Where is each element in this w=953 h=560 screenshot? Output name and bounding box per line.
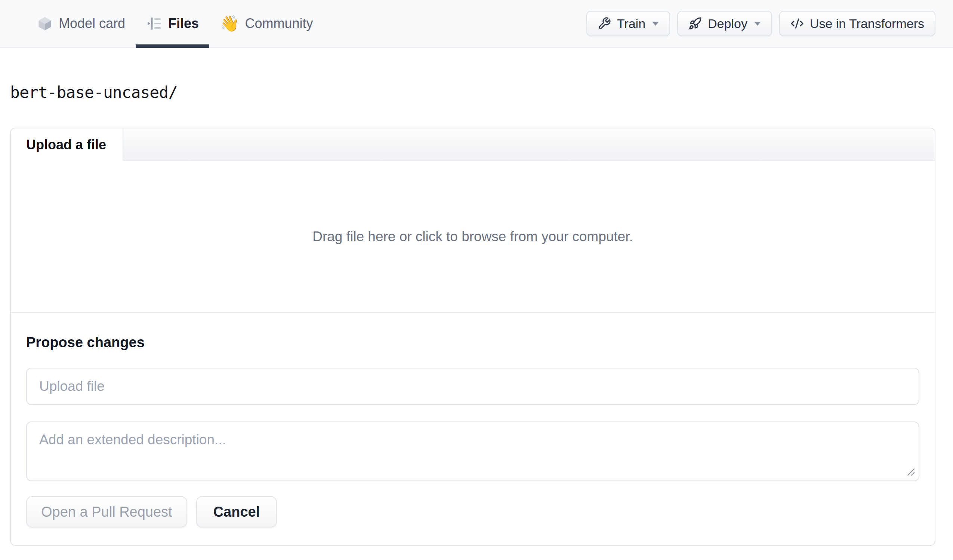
description-field-wrapper [26,421,919,481]
tab-model-card-label: Model card [59,15,125,31]
propose-changes-section: Propose changes Open a Pull Request Canc… [11,312,935,528]
tab-community-label: Community [245,15,313,31]
repo-action-buttons: Train Deploy Use in Transformers [587,0,936,47]
waving-hand-icon: 👋 [220,15,239,31]
tab-upload-a-file[interactable]: Upload a file [11,128,123,161]
upload-file-name-input[interactable] [26,368,919,405]
tabstrip-filler [123,128,935,161]
propose-actions-row: Open a Pull Request Cancel [26,496,919,528]
tab-model-card[interactable]: Model card [26,0,136,47]
caret-down-icon [652,22,659,26]
cube-icon [37,15,53,32]
rocket-icon [688,17,702,30]
tab-files[interactable]: Files [136,0,209,47]
cancel-label: Cancel [213,504,260,520]
file-dropzone[interactable]: Drag file here or click to browse from y… [11,161,935,312]
cancel-button[interactable]: Cancel [196,496,277,528]
page: Model card Files 👋 Community T [0,0,953,560]
file-versions-icon [146,15,163,32]
code-icon [790,17,804,30]
upload-panel-tabstrip: Upload a file [11,128,935,161]
train-button-label: Train [617,16,646,31]
open-pull-request-button[interactable]: Open a Pull Request [26,496,187,528]
tab-community[interactable]: 👋 Community [209,0,323,47]
resize-grip-icon [906,467,916,477]
train-button[interactable]: Train [587,11,670,36]
deploy-button-label: Deploy [708,16,747,31]
dropzone-hint-text: Drag file here or click to browse from y… [312,229,633,244]
extended-description-textarea[interactable] [26,421,919,481]
caret-down-icon [754,22,761,26]
use-in-transformers-label: Use in Transformers [810,16,924,31]
repo-tabs: Model card Files 👋 Community [26,0,324,47]
upload-panel: Upload a file Drag file here or click to… [10,128,936,546]
breadcrumb[interactable]: bert-base-uncased/ [10,83,177,102]
textarea-resize-handle[interactable] [906,467,916,477]
deploy-button[interactable]: Deploy [677,11,772,36]
tab-upload-a-file-label: Upload a file [26,137,106,153]
open-pull-request-label: Open a Pull Request [41,504,172,520]
wrench-icon [598,17,611,30]
propose-changes-heading: Propose changes [26,334,919,351]
repo-nav-bar: Model card Files 👋 Community T [0,0,953,48]
tab-files-label: Files [168,15,199,31]
use-in-transformers-button[interactable]: Use in Transformers [779,11,936,36]
